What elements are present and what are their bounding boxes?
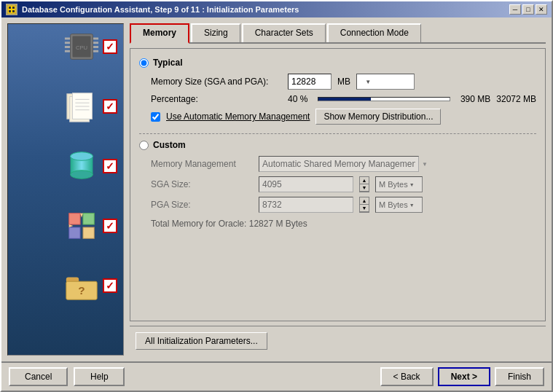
puzzle-icon-container — [63, 211, 100, 241]
sga-increment[interactable]: ▲ — [360, 177, 369, 184]
sga-unit-arrow: ▼ — [409, 182, 415, 187]
pga-increment[interactable]: ▲ — [360, 197, 369, 205]
svg-rect-30 — [83, 227, 94, 238]
sidebar-item-folder: ? ✓ — [63, 270, 117, 301]
svg-rect-27 — [69, 213, 80, 224]
percentage-value: 40 % — [288, 94, 307, 104]
bottom-bar: All Initialization Parameters... — [130, 326, 546, 356]
sidebar-item-chip: CPU ✓ — [63, 31, 117, 62]
sidebar-item-puzzle: ✓ — [63, 211, 117, 241]
svg-rect-4 — [12, 10, 15, 12]
footer: Cancel Help < Back Next > Finish — [1, 361, 552, 391]
sga-row: SGA Size: ▲ ▼ M Bytes ▼ — [139, 176, 536, 192]
finish-button[interactable]: Finish — [495, 367, 544, 386]
pga-label: PGA Size: — [151, 200, 253, 210]
custom-section: Custom Memory Management ▼ SGA Size: — [139, 140, 536, 229]
pga-unit: M Bytes ▼ — [375, 197, 423, 213]
total-row: Total Memory for Oracle: 12827 M Bytes — [139, 219, 536, 229]
cylinder-icon-container — [63, 151, 100, 181]
percentage-bar-fill — [318, 98, 371, 101]
svg-rect-2 — [12, 7, 15, 9]
svg-marker-32 — [69, 224, 74, 227]
pga-unit-arrow: ▼ — [409, 203, 415, 208]
sidebar-item-docs: ✓ — [63, 91, 117, 122]
svg-rect-7 — [65, 46, 71, 48]
next-button[interactable]: Next > — [438, 367, 490, 386]
pga-spinner: ▲ ▼ — [359, 197, 369, 213]
custom-label[interactable]: Custom — [153, 140, 186, 150]
typical-section: Typical Memory Size (SGA and PGA): MB ▼ — [139, 58, 536, 125]
sga-input — [259, 176, 353, 192]
pga-decrement[interactable]: ▼ — [360, 205, 369, 212]
tab-sizing[interactable]: Sizing — [191, 23, 240, 42]
auto-memory-checkbox[interactable] — [151, 112, 160, 122]
svg-rect-18 — [73, 93, 93, 119]
svg-point-25 — [71, 170, 93, 179]
sidebar-checkbox-cylinder: ✓ — [103, 159, 117, 173]
footer-left: Cancel Help — [9, 367, 125, 386]
sidebar-checkbox-docs: ✓ — [103, 99, 117, 114]
svg-rect-28 — [83, 213, 94, 224]
typical-radio[interactable] — [139, 58, 149, 68]
svg-rect-1 — [9, 7, 11, 9]
svg-text:CPU: CPU — [76, 44, 87, 51]
footer-right: < Back Next > Finish — [380, 367, 544, 386]
memory-size-input[interactable] — [288, 74, 332, 90]
app-icon — [6, 4, 17, 15]
all-params-button[interactable]: All Initialization Parameters... — [136, 332, 267, 350]
svg-text:?: ? — [78, 284, 85, 297]
svg-rect-6 — [65, 42, 71, 44]
svg-marker-31 — [80, 213, 83, 218]
percentage-row: Percentage: 40 % 390 MB 32072 MB — [139, 94, 536, 104]
custom-radio-row: Custom — [139, 140, 536, 150]
mgmt-label: Memory Management — [151, 159, 253, 169]
svg-rect-3 — [9, 10, 11, 12]
dropdown-arrow-icon: ▼ — [365, 79, 371, 85]
sidebar-item-cylinder: ✓ — [63, 151, 117, 181]
main-window: Database Configuration Assistant, Step 9… — [0, 0, 553, 392]
svg-rect-8 — [65, 50, 71, 52]
sga-decrement[interactable]: ▼ — [360, 184, 369, 192]
section-divider — [139, 133, 536, 134]
title-bar-left: Database Configuration Assistant, Step 9… — [6, 4, 299, 15]
memory-size-row: Memory Size (SGA and PGA): MB ▼ — [139, 74, 536, 90]
percentage-bar-bg — [318, 97, 450, 101]
svg-rect-10 — [93, 42, 98, 44]
back-button[interactable]: < Back — [380, 367, 434, 386]
tab-connection-mode[interactable]: Connection Mode — [327, 23, 421, 42]
typical-label[interactable]: Typical — [153, 58, 182, 68]
sidebar-checkbox-chip: ✓ — [103, 39, 117, 54]
svg-rect-12 — [93, 50, 98, 52]
svg-rect-9 — [93, 38, 98, 40]
sidebar-checkbox-folder: ✓ — [103, 278, 117, 293]
auto-memory-label[interactable]: Use Automatic Memory Management — [166, 111, 310, 122]
memory-size-unit: MB — [337, 77, 350, 87]
maximize-button[interactable]: □ — [522, 4, 534, 15]
main-content: CPU ✓ ✓ — [1, 17, 552, 361]
memory-size-label: Memory Size (SGA and PGA): — [151, 77, 282, 87]
svg-rect-0 — [7, 5, 16, 14]
right-panel: Memory Sizing Character Sets Connection … — [130, 23, 546, 356]
show-distribution-button[interactable]: Show Memory Distribution... — [315, 109, 441, 125]
svg-rect-29 — [69, 227, 80, 238]
total-value: 12827 M Bytes — [249, 219, 307, 229]
cancel-button[interactable]: Cancel — [9, 367, 68, 386]
help-button[interactable]: Help — [74, 367, 125, 386]
window-controls: ─ □ ✕ — [509, 4, 547, 15]
sidebar: CPU ✓ ✓ — [7, 23, 124, 356]
mgmt-input — [259, 156, 419, 172]
tab-character-sets[interactable]: Character Sets — [242, 23, 326, 42]
custom-radio[interactable] — [139, 141, 149, 150]
percentage-label: Percentage: — [151, 94, 282, 104]
minimize-button[interactable]: ─ — [509, 4, 521, 15]
mgmt-row: Memory Management ▼ — [139, 156, 536, 172]
window-title: Database Configuration Assistant, Step 9… — [22, 5, 299, 14]
svg-rect-11 — [93, 46, 98, 48]
title-bar: Database Configuration Assistant, Step 9… — [1, 1, 552, 17]
tab-memory[interactable]: Memory — [130, 23, 189, 44]
total-label: Total Memory for Oracle: — [151, 219, 246, 229]
pga-row: PGA Size: ▲ ▼ M Bytes ▼ — [139, 197, 536, 213]
docs-icon-container — [63, 91, 100, 122]
memory-dropdown[interactable]: ▼ — [356, 74, 415, 90]
close-button[interactable]: ✕ — [536, 4, 547, 15]
